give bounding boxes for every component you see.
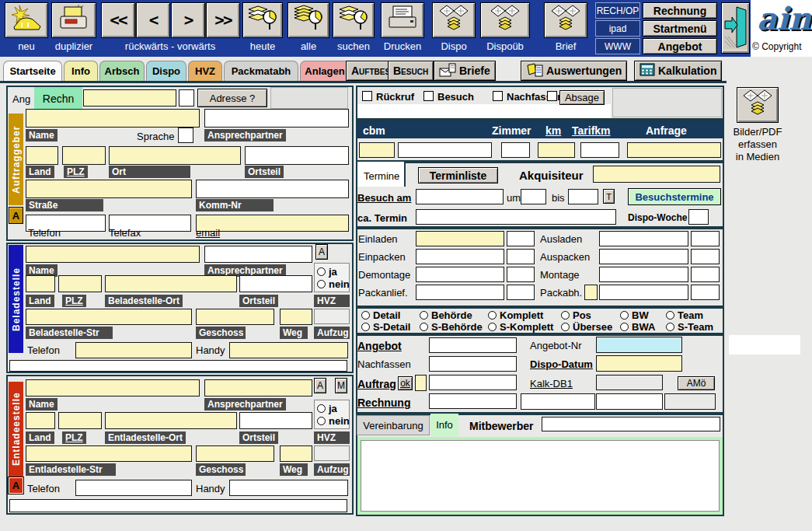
beladestelle-ja-radio[interactable]: ja (317, 266, 337, 278)
info-tab[interactable]: Info (430, 414, 458, 436)
letter-button[interactable] (544, 2, 587, 38)
radio-icon[interactable] (361, 311, 370, 320)
tab-dispo[interactable]: Dispo (146, 61, 186, 81)
radio-bwa[interactable]: BWA (620, 321, 655, 333)
nav-first-button[interactable]: << (101, 2, 135, 38)
today-button[interactable] (242, 2, 283, 38)
auftraggeber-ansprechpartner-field[interactable] (204, 109, 349, 128)
www-button[interactable]: WWW (595, 38, 640, 54)
tarifkm-label[interactable]: Tarifkm (572, 124, 611, 137)
radio-icon[interactable] (620, 311, 629, 320)
ang-number-field[interactable] (83, 89, 176, 107)
angebot-nachfassen-field[interactable] (429, 356, 517, 372)
beladestelle-name-field[interactable] (26, 246, 200, 263)
entladestelle-handy-field[interactable] (229, 480, 348, 496)
anfrage-field[interactable] (627, 142, 721, 158)
radio-s-behoerde[interactable]: S-Behörde (420, 321, 483, 333)
radio-icon[interactable] (317, 280, 326, 288)
auftrag-field[interactable] (429, 375, 517, 390)
radio-icon[interactable] (666, 311, 674, 320)
radio-icon[interactable] (317, 267, 326, 276)
dispo-datum-label[interactable]: Dispo-Datum (530, 358, 593, 370)
tab-info[interactable]: Info (64, 61, 98, 81)
um-field[interactable] (521, 189, 546, 204)
km-field[interactable] (538, 142, 575, 158)
montage-field[interactable] (599, 267, 688, 282)
beladestelle-plz-field[interactable] (58, 275, 102, 292)
rechop-button[interactable]: RECH/OP (595, 2, 640, 19)
rechnung-field-3[interactable] (596, 393, 663, 410)
exit-button[interactable] (721, 2, 750, 54)
entladestelle-ansprechpartner-field[interactable] (204, 379, 312, 397)
besuch-am-label[interactable]: Besuch am (357, 192, 411, 204)
entladestelle-note-field[interactable] (9, 499, 347, 512)
duplicate-button[interactable] (51, 2, 96, 38)
rechnung-field-1[interactable] (429, 393, 517, 409)
auftraggeber-ort-field[interactable] (109, 146, 241, 165)
entladestelle-ort-field[interactable] (105, 412, 237, 429)
dispo-datum-field[interactable] (596, 355, 682, 372)
nav-prev-button[interactable]: < (136, 2, 170, 38)
mitbewerber-field[interactable] (542, 417, 720, 431)
radio-uebersee[interactable]: Übersee (561, 321, 612, 333)
packanlief-field[interactable] (416, 285, 504, 300)
entladestelle-nein-radio[interactable]: nein (317, 415, 350, 427)
auftraggeber-a-button[interactable]: A (9, 207, 23, 224)
zimmer-field[interactable] (501, 142, 530, 158)
cbm-text-field[interactable] (398, 142, 492, 158)
entladestelle-ja-radio[interactable]: ja (317, 403, 337, 414)
auspacken-field[interactable] (599, 249, 688, 264)
rechnung-label[interactable]: Rechnung (357, 397, 410, 409)
auftraggeber-plz-field[interactable] (62, 146, 106, 165)
rueckruf-checkbox[interactable] (362, 91, 372, 101)
dispo-button[interactable] (432, 2, 476, 38)
radio-icon[interactable] (488, 311, 497, 320)
einpacken-field[interactable] (416, 249, 504, 264)
tarifkm-field[interactable] (580, 142, 619, 158)
auftraggeber-kommnr-field[interactable] (196, 180, 349, 198)
angebot-label[interactable]: Angebot (357, 340, 402, 352)
vereinbarung-tab[interactable]: Vereinbarung (357, 415, 430, 435)
radio-icon[interactable] (317, 404, 326, 413)
auftraggeber-land-field[interactable] (26, 146, 58, 165)
beladestelle-geschoss-field[interactable] (196, 309, 274, 325)
entladestelle-weg-field[interactable] (280, 445, 312, 462)
notes-textarea[interactable] (361, 440, 720, 512)
ca-termin-field[interactable] (416, 209, 616, 225)
angebot-field[interactable] (429, 337, 517, 353)
entladestelle-a-button[interactable]: A (314, 378, 326, 393)
einpacken-extra-field[interactable] (507, 249, 535, 264)
km-label[interactable]: km (545, 124, 561, 137)
radio-team[interactable]: Team (666, 309, 703, 321)
radio-icon[interactable] (561, 323, 570, 331)
akquisiteur-field[interactable] (593, 166, 720, 183)
startmenu-button[interactable]: Startmenü (643, 20, 717, 37)
entladestelle-a-side-button[interactable]: A (9, 477, 23, 494)
radio-icon[interactable] (620, 323, 629, 331)
tab-anlagen[interactable]: Anlagen (300, 61, 350, 81)
media-capture-button[interactable] (737, 87, 779, 123)
ang-small-field[interactable] (179, 89, 194, 107)
print-button[interactable] (381, 2, 424, 38)
cbm-field[interactable] (359, 142, 395, 158)
sprache-field[interactable] (178, 128, 193, 143)
radio-icon[interactable] (420, 311, 428, 320)
quote-menu-button[interactable]: Angebot (643, 38, 717, 54)
beladestelle-land-field[interactable] (26, 275, 55, 292)
t-button[interactable]: T (603, 189, 615, 204)
radio-icon[interactable] (420, 323, 428, 331)
beladestelle-ort-field[interactable] (105, 275, 237, 292)
besuchstermine-button[interactable]: Besuchstermine (628, 188, 721, 205)
beladestelle-weg-field[interactable] (280, 309, 312, 325)
entladestelle-plz-label[interactable]: PLZ (62, 431, 86, 444)
absage-button[interactable]: Absage (559, 90, 605, 105)
demontage-field[interactable] (416, 267, 504, 282)
kalkulation-button[interactable]: Kalkulation (634, 61, 722, 81)
packabh-flag-field[interactable] (584, 285, 598, 300)
invoice-menu-button[interactable]: Rechnung (643, 2, 717, 19)
radio-komplett[interactable]: Komplett (488, 309, 543, 321)
auswertungen-button[interactable]: Auswertungen (521, 61, 627, 81)
radio-icon[interactable] (561, 311, 570, 320)
beladestelle-plz-label[interactable]: PLZ (62, 295, 86, 307)
beladestelle-aufzug-field[interactable] (314, 309, 350, 324)
